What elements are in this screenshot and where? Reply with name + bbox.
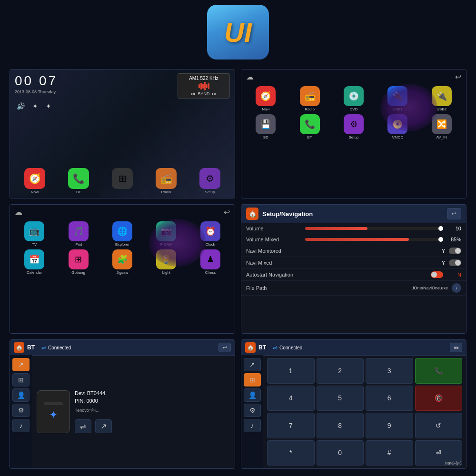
bt6-sidebar: ↗ ⊞ 👤 ⚙ ♪ — [241, 355, 263, 468]
bt-device-name: "lenovo" 的... — [75, 407, 230, 414]
app-gobang[interactable]: ⊞ Gobang — [58, 249, 99, 275]
volume-mixed-value: 85% — [447, 237, 461, 242]
setup-icon: ⚙ — [199, 168, 220, 189]
p1-clock: 00 07 — [15, 73, 58, 89]
ui-logo-text: UI — [224, 16, 252, 48]
app-ipod[interactable]: 🎵 iPod — [58, 221, 99, 247]
kpad-0[interactable]: 0 — [317, 440, 364, 466]
bt6-sidebar-btn-settings[interactable]: ⚙ — [244, 404, 261, 417]
kpad-5[interactable]: 5 — [317, 386, 364, 411]
jigsaw-label: Jigsaw — [117, 270, 128, 275]
radio2-label: Radio — [305, 107, 315, 111]
app-grid[interactable]: ⊞ — [102, 168, 142, 194]
volume-icon: 🔊 — [17, 102, 25, 110]
kpad-8[interactable]: 8 — [317, 413, 364, 438]
autostart-toggle[interactable] — [431, 271, 443, 278]
p2-flower-bg — [380, 84, 437, 131]
navi-monitored-toggle[interactable] — [449, 248, 461, 254]
kpad-4[interactable]: 4 — [267, 386, 315, 411]
app-sd[interactable]: 💾 SD — [245, 114, 286, 139]
p4-title: Setup/Navigation — [262, 210, 313, 218]
kpad-hangup[interactable]: 📵 — [415, 386, 463, 411]
explorer-label: Explorer — [115, 242, 129, 247]
bt6-sidebar-btn-keypad[interactable]: ⊞ — [244, 373, 261, 387]
bt-sidebar-btn-keypad[interactable]: ⊞ — [12, 373, 30, 387]
kpad-3[interactable]: 3 — [366, 358, 413, 384]
setup2-icon: ⚙ — [344, 114, 364, 134]
app-tv[interactable]: 📺 TV — [14, 221, 55, 247]
bt6-back-button[interactable]: ⏮ — [450, 343, 462, 352]
dvd-icon: 💿 — [344, 86, 364, 106]
navi-mixed-val: Y — [431, 260, 445, 266]
kpad-hash[interactable]: # — [366, 440, 413, 466]
app-dvd[interactable]: 💿 DVD — [333, 86, 374, 111]
filepath-btn[interactable]: › — [452, 283, 461, 293]
kpad-6[interactable]: 6 — [366, 386, 413, 411]
p1-status-icons: 🔊 ✦ ✦ — [10, 100, 235, 112]
p1-radio-wave — [182, 82, 226, 90]
p3-back-icon: ↩ — [224, 208, 230, 217]
chess-label: Chess — [205, 270, 216, 275]
autostart-val: N — [447, 272, 461, 278]
bt-home-icon: 🏠 — [14, 342, 24, 353]
bt6-connected-status: ⇌ Connected — [273, 344, 302, 351]
bt-sidebar-btn-settings[interactable]: ⚙ — [12, 404, 30, 417]
tv-icon: 📺 — [24, 221, 44, 241]
kpad-star[interactable]: * — [267, 440, 315, 466]
bt6-title: BT — [258, 344, 266, 351]
app-setup[interactable]: ⚙ Setup — [190, 168, 230, 194]
calendar-icon: 📅 — [24, 249, 44, 269]
p6-background: 🏠 BT ⇌ Connected ⏮ ↗ ⊞ 👤 ⚙ ♪ 1 2 3 📞 — [241, 340, 466, 468]
filepath-row: File Path ...iOne/NaviOne.exe › — [241, 281, 466, 296]
bt6-keypad: 1 2 3 📞 4 5 6 📵 7 8 9 ↺ * 0 # ⏎ — [263, 355, 466, 468]
navifly-watermark: NaviFly® — [445, 461, 462, 466]
app-calendar[interactable]: 📅 Calendar — [14, 249, 55, 275]
app-bt[interactable]: 📞 BT — [59, 168, 99, 194]
volume-slider[interactable] — [305, 227, 443, 230]
panel-app-grid2: ☁ ↩ 📺 TV 🎵 iPod 🌐 Explorer 📷 F- — [10, 204, 235, 334]
bt-connected-text: Connected — [48, 345, 71, 350]
app-setup2[interactable]: ⚙ Setup — [333, 114, 374, 139]
app-jigsaw[interactable]: 🧩 Jigsaw — [102, 249, 143, 275]
bt-sidebar-btn-phone[interactable]: ↗ — [12, 358, 30, 371]
app-explorer[interactable]: 🌐 Explorer — [102, 221, 143, 247]
navi-mixed-toggle[interactable] — [449, 259, 461, 266]
p1-background: 00 07 2013-08-08 Thursday AM1 522 KHz — [10, 69, 235, 198]
panel-main-screen: 00 07 2013-08-08 Thursday AM1 522 KHz — [10, 69, 235, 198]
kpad-refresh[interactable]: ↺ — [415, 413, 463, 438]
bt-sidebar-btn-contacts[interactable]: 👤 — [12, 388, 30, 402]
app-bt2[interactable]: 📞 BT — [289, 114, 330, 139]
bt-label: BT — [76, 190, 81, 194]
kpad-call[interactable]: 📞 — [415, 358, 463, 384]
bt-connected-arrow-icon: ⇌ — [41, 344, 46, 351]
p4-back-button[interactable]: ↩ — [447, 208, 461, 219]
kpad-1[interactable]: 1 — [267, 358, 315, 384]
gobang-icon: ⊞ — [69, 249, 89, 269]
autostart-row: Autostart Navigation N — [241, 269, 466, 281]
p2-header: ☁ ↩ — [241, 69, 466, 84]
bt-title: BT — [27, 344, 35, 351]
volume-mixed-slider[interactable] — [305, 238, 443, 241]
bt6-connected-text: Connected — [279, 345, 302, 350]
bt-back-button[interactable]: ↩ — [218, 343, 231, 352]
bt6-sidebar-btn-contacts[interactable]: 👤 — [244, 388, 261, 402]
bt6-sidebar-btn-music[interactable]: ♪ — [244, 419, 261, 432]
bt-main-content: ✦ Dev: BT0444 PIN: 0000 "lenovo" 的... ⇌ … — [32, 355, 235, 468]
tv-label: TV — [32, 242, 37, 247]
clock-label: Clock — [206, 242, 215, 247]
bt-sidebar-btn-music[interactable]: ♪ — [12, 419, 30, 432]
kpad-7[interactable]: 7 — [267, 413, 315, 438]
bt6-home-icon: 🏠 — [245, 342, 256, 353]
app-navi[interactable]: 🧭 Navi — [15, 168, 55, 194]
kpad-9[interactable]: 9 — [366, 413, 413, 438]
bt-disconnect-btn[interactable]: ⇌ — [75, 419, 91, 433]
kpad-2[interactable]: 2 — [317, 358, 364, 384]
bt-call-btn[interactable]: ↗ — [95, 419, 112, 433]
navi-monitored-row: Navi Monitored Y — [241, 245, 466, 257]
bt-connected-status: ⇌ Connected — [41, 344, 71, 351]
app-navi2[interactable]: 🧭 Navi — [245, 86, 286, 111]
app-radio[interactable]: 📻 Radio — [146, 168, 186, 194]
app-radio2[interactable]: 📻 Radio — [289, 86, 330, 111]
bt6-sidebar-btn-phone[interactable]: ↗ — [244, 358, 261, 371]
bt2-label: BT — [307, 135, 312, 139]
